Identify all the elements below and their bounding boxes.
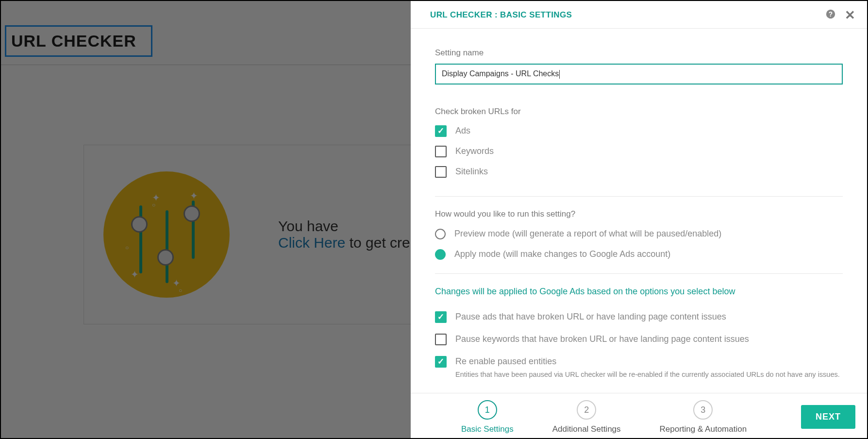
- setting-name-label: Setting name: [435, 48, 843, 58]
- checkbox-reenable[interactable]: [435, 356, 447, 368]
- help-icon[interactable]: ?: [825, 9, 836, 21]
- panel-body: Setting name Display Campaigns - URL Che…: [411, 29, 867, 393]
- step-2-circle: 2: [577, 400, 596, 420]
- next-button[interactable]: NEXT: [801, 405, 855, 429]
- run-mode-label: How would you like to run this setting?: [435, 209, 843, 219]
- settings-panel: URL CHECKER : BASIC SETTINGS ? ✕ Setting…: [411, 1, 867, 438]
- step-3-circle: 3: [693, 400, 713, 420]
- step-1-circle: 1: [478, 400, 497, 420]
- checkbox-pause-ads-label: Pause ads that have broken URL or have l…: [455, 312, 726, 322]
- setting-name-input[interactable]: Display Campaigns - URL Checks: [435, 64, 843, 84]
- checkbox-row-ads: Ads: [435, 125, 843, 137]
- radio-preview-label: Preview mode (will generate a report of …: [454, 229, 721, 239]
- checkbox-row-pause-keywords: Pause keywords that have broken URL or h…: [435, 334, 843, 345]
- radio-apply-mode[interactable]: [435, 249, 446, 260]
- checkbox-ads-label: Ads: [455, 126, 470, 136]
- radio-row-preview: Preview mode (will generate a report of …: [435, 229, 843, 239]
- checkbox-pause-keywords[interactable]: [435, 334, 447, 345]
- checkbox-pause-keywords-label: Pause keywords that have broken URL or h…: [455, 334, 749, 344]
- panel-header: URL CHECKER : BASIC SETTINGS ? ✕: [411, 1, 867, 29]
- step-additional-settings[interactable]: 2 Additional Settings: [552, 400, 621, 434]
- step-3-label: Reporting & Automation: [660, 424, 747, 434]
- radio-row-apply: Apply mode (will make changes to Google …: [435, 249, 843, 260]
- stepper: 1 Basic Settings 2 Additional Settings 3…: [461, 400, 747, 434]
- checkbox-row-sitelinks: Sitelinks: [435, 166, 843, 178]
- check-for-label: Check broken URLs for: [435, 107, 843, 117]
- reenable-note: Entities that have been paused via URL c…: [455, 371, 843, 378]
- checkbox-sitelinks-label: Sitelinks: [455, 167, 488, 177]
- svg-text:?: ?: [829, 11, 833, 18]
- step-1-label: Basic Settings: [461, 424, 514, 434]
- checkbox-reenable-label: Re enable paused entities: [455, 356, 556, 367]
- step-reporting-automation[interactable]: 3 Reporting & Automation: [660, 400, 747, 434]
- checkbox-row-reenable: Re enable paused entities: [435, 356, 843, 368]
- text-cursor: [559, 70, 560, 79]
- close-icon[interactable]: ✕: [845, 9, 855, 21]
- step-2-label: Additional Settings: [552, 424, 621, 434]
- checkbox-ads[interactable]: [435, 125, 447, 137]
- checkbox-row-pause-ads: Pause ads that have broken URL or have l…: [435, 311, 843, 323]
- radio-apply-label: Apply mode (will make changes to Google …: [454, 249, 670, 259]
- checkbox-sitelinks[interactable]: [435, 166, 447, 178]
- checkbox-row-keywords: Keywords: [435, 146, 843, 157]
- panel-footer: 1 Basic Settings 2 Additional Settings 3…: [411, 393, 867, 438]
- panel-title: URL CHECKER : BASIC SETTINGS: [430, 10, 572, 20]
- checkbox-keywords[interactable]: [435, 146, 447, 157]
- apply-info-text: Changes will be applied to Google Ads ba…: [435, 287, 843, 297]
- checkbox-pause-ads[interactable]: [435, 311, 447, 323]
- step-basic-settings[interactable]: 1 Basic Settings: [461, 400, 514, 434]
- radio-preview-mode[interactable]: [435, 229, 446, 239]
- setting-name-value: Display Campaigns - URL Checks: [442, 69, 559, 78]
- checkbox-keywords-label: Keywords: [455, 146, 494, 156]
